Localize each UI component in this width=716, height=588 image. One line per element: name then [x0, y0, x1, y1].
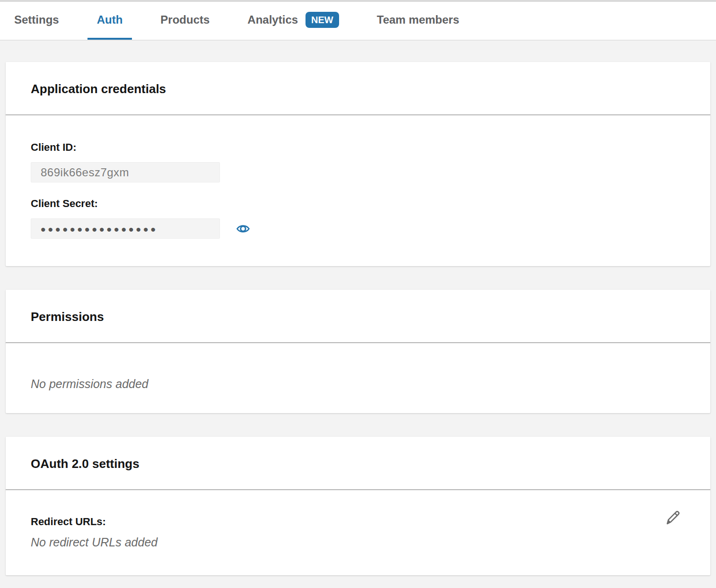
- page-content: Application credentials Client ID: 869ik…: [0, 41, 716, 575]
- tab-team-members-label: Team members: [377, 13, 459, 26]
- application-credentials-card: Application credentials Client ID: 869ik…: [6, 62, 710, 266]
- application-credentials-title: Application credentials: [31, 82, 685, 96]
- client-secret-masked-value: ••••••••••••••••: [41, 223, 158, 237]
- permissions-body: No permissions added: [6, 343, 710, 413]
- tab-settings[interactable]: Settings: [5, 2, 69, 40]
- permissions-title: Permissions: [31, 310, 685, 324]
- client-secret-label: Client Secret:: [31, 198, 685, 210]
- tab-auth[interactable]: Auth: [87, 2, 132, 40]
- permissions-empty-text: No permissions added: [31, 377, 685, 391]
- pencil-icon: [664, 505, 681, 526]
- edit-redirect-urls-button[interactable]: [664, 505, 681, 527]
- permissions-header: Permissions: [6, 290, 710, 343]
- client-secret-row: ••••••••••••••••: [31, 218, 685, 239]
- oauth-settings-card: OAuth 2.0 settings Redirect URLs: No red…: [6, 437, 710, 575]
- tab-team-members[interactable]: Team members: [367, 2, 469, 40]
- tab-products[interactable]: Products: [151, 2, 219, 40]
- tab-settings-label: Settings: [14, 13, 59, 26]
- application-credentials-body: Client ID: 869ik66esz7gxm Client Secret:…: [6, 115, 710, 266]
- permissions-card: Permissions No permissions added: [6, 290, 710, 413]
- client-secret-field[interactable]: ••••••••••••••••: [31, 218, 220, 239]
- redirect-urls-empty-text: No redirect URLs added: [31, 536, 685, 549]
- oauth-settings-title: OAuth 2.0 settings: [31, 457, 685, 471]
- tab-auth-label: Auth: [97, 13, 123, 26]
- oauth-settings-header: OAuth 2.0 settings: [6, 437, 710, 490]
- oauth-settings-body: Redirect URLs: No redirect URLs added: [6, 490, 710, 575]
- client-id-field[interactable]: 869ik66esz7gxm: [31, 162, 220, 182]
- application-credentials-header: Application credentials: [6, 62, 710, 115]
- tab-bar: Settings Auth Products Analytics NEW Tea…: [0, 0, 716, 41]
- client-id-label: Client ID:: [31, 141, 685, 154]
- eye-icon: [236, 222, 250, 236]
- tab-analytics[interactable]: Analytics NEW: [238, 2, 348, 40]
- redirect-urls-label: Redirect URLs:: [31, 516, 685, 528]
- client-id-value: 869ik66esz7gxm: [41, 166, 129, 179]
- tab-analytics-label: Analytics: [247, 13, 298, 26]
- tab-products-label: Products: [160, 13, 210, 26]
- new-badge: NEW: [306, 12, 339, 28]
- toggle-secret-visibility-button[interactable]: [236, 222, 250, 236]
